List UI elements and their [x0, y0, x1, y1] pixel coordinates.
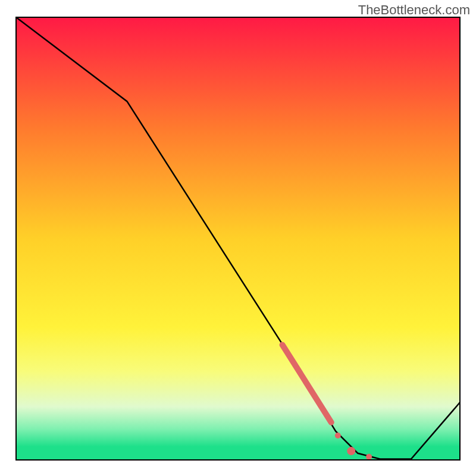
chart-svg: [0, 0, 476, 476]
highlight-dot: [347, 447, 355, 455]
watermark-text: TheBottleneck.com: [358, 2, 470, 18]
highlight-dot: [366, 454, 372, 460]
plot-background: [16, 17, 460, 460]
highlight-dot: [335, 433, 341, 439]
chart-container: TheBottleneck.com: [0, 0, 476, 476]
